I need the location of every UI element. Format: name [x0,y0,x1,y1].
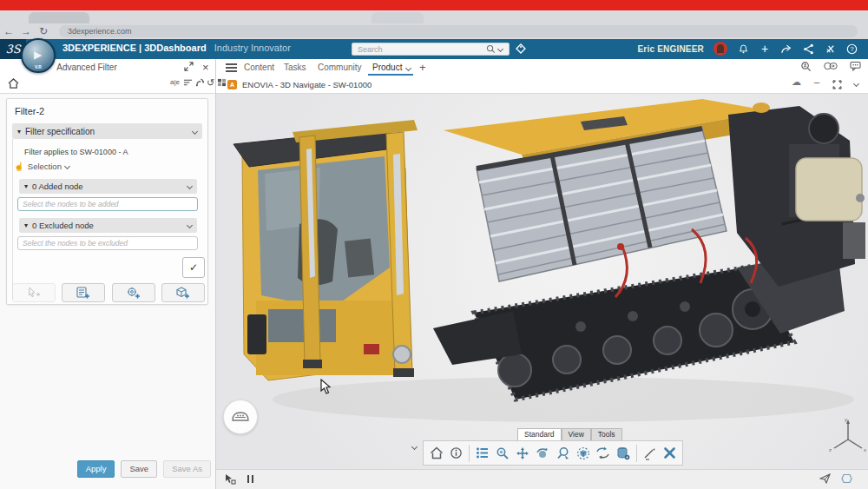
assistant-robot-button[interactable] [223,400,258,434]
pause-icon[interactable] [247,475,253,483]
browser-chrome: ← → ↻ 3dexperience.com [0,10,868,39]
panel-close-icon[interactable]: × [202,61,209,74]
added-chevron-icon[interactable] [187,183,193,189]
search-people-icon[interactable] [800,61,812,72]
rotate-orbit-icon[interactable] [536,445,550,462]
chat-icon[interactable] [850,61,861,72]
excluded-node-input[interactable] [17,236,198,250]
select-cursor-icon[interactable] [225,473,236,485]
browser-tab[interactable] [29,12,89,23]
reload-icon[interactable]: ↻ [35,25,52,37]
fit-all-icon[interactable] [575,445,590,462]
back-icon[interactable]: ← [0,25,17,37]
selection-chevron-icon[interactable] [64,163,70,169]
filter-panel: Filter-2 ▾ Filter specification Filter a… [0,94,215,489]
add-product-button[interactable] [161,283,205,302]
media-play-icon[interactable] [824,61,838,72]
brand-bold: 3DEXPERIENCE | 3DDashboard [62,43,207,53]
add-from-list-button[interactable] [62,283,105,302]
panel-expand-icon[interactable] [184,62,194,71]
measure-icon[interactable] [642,445,657,462]
3dexperience-compass-icon[interactable]: ▶ V.R [21,38,56,73]
share-icon[interactable] [780,43,792,55]
axis-x-label: x [864,447,866,453]
tab-view[interactable]: View [562,428,591,440]
global-search[interactable] [352,43,510,56]
excluded-node-header[interactable]: ▾ 0 Excluded node [19,218,197,233]
search-scope-chevron-icon[interactable] [497,46,503,52]
notifications-bell-icon[interactable] [737,43,749,55]
3d-viewport[interactable]: Standard View Tools [216,94,868,469]
cloud-status-icon[interactable]: ☁ [792,76,801,88]
3d-model-machine[interactable] [216,94,868,469]
selection-dropdown[interactable]: ☝ Selection [14,162,69,171]
add-content-icon[interactable]: + [759,43,771,55]
database-settings-icon[interactable] [616,445,631,462]
tab-tasks[interactable]: Tasks [284,63,306,72]
mouse-cursor [320,379,332,395]
viewer-status-bar [216,469,868,489]
address-bar[interactable]: 3dexperience.com [59,25,858,37]
home-view-icon[interactable] [429,445,444,462]
added-triangle-icon: ▾ [24,182,28,190]
refresh-swap-icon[interactable] [595,445,610,462]
search-icon[interactable] [486,44,496,54]
browser-tab-inactive[interactable] [372,12,424,23]
compass-version-label: V.R [23,64,54,69]
tab-content[interactable]: Content [244,63,274,72]
viewer-toolbar [423,440,683,466]
tab-product[interactable]: Product [372,63,402,72]
rename-text-icon[interactable]: a|e [170,78,180,86]
brand-light: Industry Innovator [214,43,291,53]
workspace-menu-icon[interactable] [226,63,237,74]
section-chevron-icon[interactable] [192,128,198,134]
select-add-button[interactable] [12,283,56,302]
tab-tools[interactable]: Tools [591,428,622,440]
pan-icon[interactable] [516,445,530,462]
search-input[interactable] [352,45,486,54]
axis-y-label: y [845,417,847,422]
minimize-icon[interactable]: – [814,76,819,87]
zoom-icon[interactable] [495,445,510,462]
validate-check-button[interactable]: ✓ [182,257,205,278]
excluded-chevron-icon[interactable] [187,222,193,228]
apply-button[interactable]: Apply [77,460,115,478]
user-avatar[interactable] [713,42,727,56]
user-name[interactable]: Eric ENGINEER [637,44,704,54]
info-icon[interactable] [449,445,464,462]
add-component-button[interactable] [112,283,155,302]
axis-triad[interactable]: y x z [827,415,868,459]
save-button[interactable]: Save [121,460,157,478]
filter-card: Filter-2 ▾ Filter specification Filter a… [6,98,208,305]
added-node-header[interactable]: ▾ 0 Added node [19,179,197,194]
axis-z-label: z [829,447,832,453]
viewer-title: ENOVIA - 3D Navigate - SW-01000 [242,80,372,89]
tag-icon[interactable] [515,43,527,55]
added-node-input[interactable] [17,197,198,211]
added-node-label: 0 Added node [32,182,187,191]
send-plane-icon[interactable] [819,473,831,484]
home-icon[interactable] [8,78,19,89]
tab-community[interactable]: Community [318,63,362,72]
help-icon[interactable]: ? [845,43,858,55]
close-toolbar-icon[interactable] [662,445,677,462]
brand-title: 3DEXPERIENCE | 3DDashboard Industry Inno… [62,43,291,53]
forward-icon[interactable]: → [17,25,35,37]
collaborate-network-icon[interactable] [802,43,814,55]
tab-standard[interactable]: Standard [517,428,562,440]
filter-list-icon[interactable] [183,78,193,87]
excluded-node-label: 0 Excluded node [32,221,187,230]
panel-divider [215,59,216,489]
model-tree-list-icon[interactable] [475,445,490,462]
customize-icon[interactable] [824,43,836,55]
zoom-area-icon[interactable] [556,445,570,462]
save-as-button[interactable]: Save As [163,460,211,478]
viewer-toolbar-tabs: Standard View Tools [517,428,622,440]
filter-specification-header[interactable]: ▾ Filter specification [12,123,202,139]
fullscreen-icon[interactable] [832,80,842,89]
link-connector-icon[interactable] [195,78,205,87]
add-tab-icon[interactable]: + [419,61,426,74]
shape-polygon-icon[interactable] [841,473,852,484]
compass-play-icon: ▶ [34,49,42,61]
hand-select-icon: ☝ [14,162,24,171]
